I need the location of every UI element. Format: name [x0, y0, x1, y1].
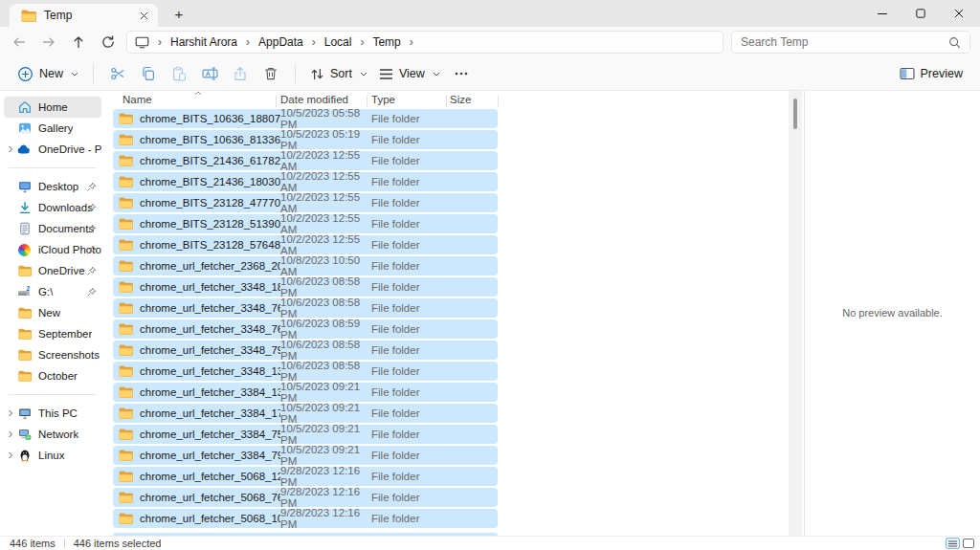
file-date-modified: 10/6/2023 08:58 PM [280, 360, 371, 383]
address-bar[interactable]: › Harshit Arora › AppData › Local › Temp… [126, 31, 724, 54]
sidebar-item-october[interactable]: October [4, 365, 101, 386]
search-icon[interactable] [948, 36, 961, 49]
file-name: chrome_url_fetcher_3348_762165606 [140, 302, 280, 314]
file-row[interactable]: chrome_BITS_23128_576480583 10/2/2023 12… [113, 235, 498, 254]
rename-icon[interactable] [194, 60, 225, 87]
file-row[interactable]: chrome_url_fetcher_5068_12030369 9/28/20… [113, 467, 498, 486]
search-input[interactable]: Search Temp [731, 31, 970, 54]
file-row[interactable]: chrome_BITS_10636_188072365 10/5/2023 05… [113, 109, 498, 128]
close-button[interactable] [940, 0, 978, 27]
file-row[interactable]: chrome_url_fetcher_3384_799376111 10/5/2… [113, 446, 498, 465]
column-divider[interactable] [367, 96, 368, 107]
large-icons-view-icon[interactable] [963, 539, 974, 548]
sidebar-item-september[interactable]: September [4, 323, 101, 344]
delete-icon[interactable] [256, 60, 286, 87]
column-header-name[interactable]: Name [122, 94, 152, 105]
sidebar-item-desktop[interactable]: Desktop [4, 176, 101, 197]
chevron-right-icon[interactable] [7, 430, 14, 438]
column-divider[interactable] [498, 96, 499, 107]
cut-icon[interactable] [102, 60, 133, 87]
breadcrumb-item[interactable]: Temp [372, 35, 400, 49]
sidebar-item-this-pc[interactable]: This PC [4, 403, 101, 424]
sort-button[interactable]: Sort [304, 60, 373, 87]
file-date-modified: 10/2/2023 12:55 AM [280, 233, 371, 256]
breadcrumb-chevron-icon: › [149, 35, 170, 49]
breadcrumb-item[interactable]: Harshit Arora [170, 35, 237, 49]
desktop-icon [17, 180, 32, 193]
sidebar-item-network[interactable]: Network [4, 424, 101, 445]
file-row[interactable]: chrome_url_fetcher_3348_184030118 10/6/2… [113, 277, 498, 297]
breadcrumb-chevron-icon: › [351, 35, 372, 49]
file-date-modified: 10/5/2023 09:21 PM [280, 402, 371, 425]
scrollbar-thumb[interactable] [793, 99, 797, 129]
column-divider[interactable] [276, 96, 277, 107]
file-row[interactable]: chrome_BITS_23128_477703953 10/2/2023 12… [113, 193, 498, 212]
chevron-right-icon[interactable] [7, 145, 14, 153]
this-pc-icon[interactable] [135, 35, 149, 49]
sidebar-item-onedrive[interactable]: OneDrive [4, 260, 101, 281]
new-tab-button[interactable]: + [168, 3, 189, 24]
pin-icon [86, 245, 97, 255]
back-icon[interactable] [4, 29, 33, 55]
view-button[interactable]: View [373, 60, 446, 87]
sidebar-item-gallery[interactable]: Gallery [4, 118, 101, 139]
sort-ascending-caret-icon [194, 91, 202, 96]
sidebar-item-label: This PC [38, 407, 78, 419]
sidebar-item-label: September [38, 328, 92, 340]
chevron-down-icon [360, 72, 368, 77]
folder-icon [119, 513, 133, 524]
vertical-scrollbar[interactable] [789, 91, 802, 536]
forward-icon[interactable] [33, 29, 63, 55]
file-row[interactable]: chrome_url_fetcher_5068_764171856 9/28/2… [113, 488, 498, 507]
breadcrumb-item[interactable]: Local [324, 35, 352, 49]
column-header-type[interactable]: Type [371, 94, 395, 105]
sidebar-item-screenshots[interactable]: Screenshots [4, 344, 101, 365]
sidebar-item-g-drive[interactable]: 2 G:\ [4, 281, 101, 302]
sidebar-item-home[interactable]: Home [4, 97, 101, 118]
column-divider[interactable] [446, 96, 447, 107]
toolbar-divider [93, 64, 94, 83]
file-row[interactable]: chrome_url_fetcher_3348_762603971 10/6/2… [113, 319, 498, 339]
details-view-icon[interactable] [946, 538, 960, 549]
sidebar-item-new[interactable]: New [4, 302, 101, 323]
file-row[interactable]: chrome_url_fetcher_3384_172591398 10/5/2… [113, 404, 498, 423]
column-header-size[interactable]: Size [450, 94, 471, 105]
sidebar-item-onedrive-personal[interactable]: OneDrive - Persona [4, 139, 101, 160]
column-header-date[interactable]: Date modified [280, 94, 348, 105]
maximize-button[interactable] [902, 0, 940, 27]
file-row[interactable]: chrome_url_fetcher_5068_1016669819 9/28/… [113, 509, 498, 528]
preview-button[interactable]: Preview [894, 60, 969, 87]
sidebar-item-linux[interactable]: Linux [4, 445, 101, 466]
file-row-name-cell: chrome_BITS_21436_617824255 [113, 155, 280, 166]
chevron-right-icon[interactable] [7, 451, 14, 459]
file-row[interactable]: chrome_BITS_10636_813368861 10/5/2023 05… [113, 130, 498, 149]
sidebar-item-icloud-photos[interactable]: iCloud Photos [4, 239, 101, 260]
breadcrumb-item[interactable]: AppData [258, 35, 303, 49]
pin-icon [86, 224, 97, 234]
file-row[interactable]: chrome_BITS_23128_513908135 10/2/2023 12… [113, 214, 498, 233]
refresh-icon[interactable] [93, 29, 122, 55]
up-icon[interactable] [63, 29, 93, 55]
file-type: File folder [371, 450, 420, 461]
file-row[interactable]: chrome_url_fetcher_3348_791636275 10/6/2… [113, 341, 498, 360]
file-row[interactable]: chrome_url_fetcher_3348_1390261003 10/6/… [113, 362, 498, 381]
file-row[interactable]: chrome_url_fetcher_3348_762165606 10/6/2… [113, 298, 498, 318]
file-row[interactable]: chrome_BITS_21436_617824255 10/2/2023 12… [113, 151, 498, 170]
more-options-icon[interactable] [446, 60, 477, 87]
new-button[interactable]: New [11, 60, 84, 87]
copy-icon[interactable] [133, 60, 164, 87]
sidebar-item-documents[interactable]: Documents [4, 218, 101, 239]
minimize-button[interactable] [863, 0, 902, 27]
paste-icon[interactable] [164, 60, 194, 87]
explorer-tab[interactable]: Temp [10, 4, 158, 27]
file-row[interactable]: chrome_url_fetcher_2368_2079736239 10/8/… [113, 256, 498, 275]
file-row[interactable]: chrome_url_fetcher_3384_754151892 10/5/2… [113, 425, 498, 444]
share-icon[interactable] [225, 60, 256, 87]
sidebar-item-downloads[interactable]: Downloads [4, 197, 101, 218]
sidebar-item-label: Linux [38, 450, 65, 461]
file-row[interactable]: chrome_BITS_21436_1803008613 10/2/2023 1… [113, 172, 498, 191]
chevron-right-icon[interactable] [7, 409, 14, 417]
file-date-modified: 10/2/2023 12:55 AM [280, 149, 371, 172]
tab-close-icon[interactable] [138, 10, 150, 22]
file-row[interactable]: chrome_url_fetcher_3384_133701332 10/5/2… [113, 383, 498, 402]
